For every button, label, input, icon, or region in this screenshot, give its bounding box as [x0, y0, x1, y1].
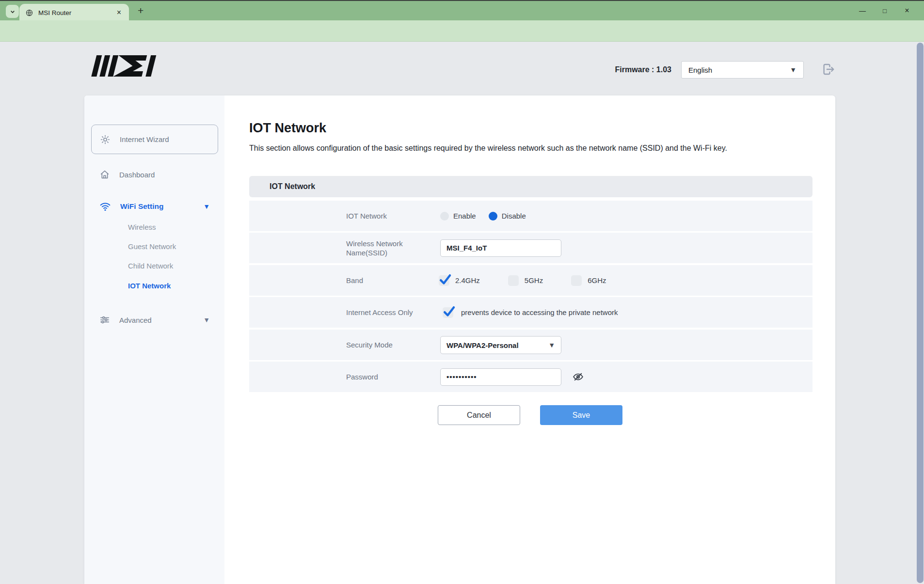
disable-radio[interactable]: [489, 212, 497, 221]
chevron-down-icon: ▼: [790, 66, 797, 74]
sidebar-item-label: Dashboard: [119, 171, 155, 179]
internet-access-checkbox[interactable]: [443, 307, 453, 318]
enable-label: Enable: [453, 212, 476, 220]
band-5ghz-label: 5GHz: [525, 276, 543, 284]
band-24ghz-label: 2.4GHz: [455, 276, 480, 284]
security-mode-value: WPA/WPA2-Personal: [446, 341, 519, 349]
sidebar-item-guest-network[interactable]: Guest Network: [128, 240, 215, 253]
tab-title: MSI Router: [38, 9, 115, 16]
firmware-version: Firmware : 1.03: [553, 65, 671, 74]
eye-slash-icon: [572, 371, 584, 383]
gear-icon: [100, 134, 111, 145]
disable-label: Disable: [502, 212, 526, 220]
field-label: Internet Access Only: [346, 308, 421, 317]
language-value: English: [688, 66, 712, 74]
page-description: This section allows configuration of the…: [249, 144, 812, 153]
sidebar: Internet Wizard Dashboard WiFi Setting ▼…: [84, 95, 224, 584]
enable-radio[interactable]: [440, 212, 449, 221]
field-label: Password: [346, 372, 421, 382]
sidebar-item-label: Advanced: [119, 316, 152, 324]
field-label: Wireless Network Name(SSID): [346, 238, 421, 257]
globe-favicon-icon: [25, 9, 33, 17]
ssid-row: Wireless Network Name(SSID): [249, 233, 812, 263]
band-row: Band 2.4GHz 5GHz 6GHz: [249, 265, 812, 296]
wifi-icon: [99, 201, 111, 212]
window-controls: — □ ×: [851, 3, 918, 18]
sidebar-item-wifi-setting[interactable]: WiFi Setting ▼: [91, 198, 218, 215]
chevron-down-icon[interactable]: ▼: [203, 316, 210, 324]
logout-button[interactable]: [821, 62, 836, 77]
save-button[interactable]: Save: [540, 405, 622, 425]
chevron-down-icon: [9, 8, 16, 16]
check-icon: [438, 272, 452, 287]
close-button[interactable]: ×: [896, 3, 918, 18]
sliders-icon: [99, 315, 110, 325]
maximize-button[interactable]: □: [874, 3, 896, 18]
band-6ghz-label: 6GHz: [588, 276, 606, 284]
band-5ghz-checkbox[interactable]: [508, 275, 519, 286]
password-input[interactable]: [440, 368, 561, 386]
security-mode-row: Security Mode WPA/WPA2-Personal ▼: [249, 330, 812, 360]
field-label: Security Mode: [346, 340, 421, 350]
field-label: Band: [346, 276, 421, 285]
browser-tab-bar: MSI Router × + — □ ×: [0, 1, 924, 20]
home-icon: [99, 169, 110, 180]
check-icon: [442, 304, 456, 319]
iot-network-row: IOT Network Enable Disable: [249, 201, 812, 231]
chevron-down-icon: ▼: [548, 341, 555, 349]
sidebar-item-child-network[interactable]: Child Network: [128, 259, 215, 272]
sidebar-item-label: WiFi Setting: [120, 202, 163, 211]
msi-logo: [91, 53, 164, 79]
page-scrollbar[interactable]: [917, 43, 924, 583]
sidebar-item-dashboard[interactable]: Dashboard: [91, 166, 218, 183]
logout-icon: [821, 62, 836, 77]
tab-close-icon[interactable]: ×: [115, 8, 123, 17]
chevron-down-icon[interactable]: ▼: [203, 203, 210, 210]
sidebar-item-advanced[interactable]: Advanced ▼: [91, 312, 218, 328]
ssid-input[interactable]: [440, 239, 561, 257]
page-title: IOT Network: [249, 121, 326, 136]
sidebar-item-internet-wizard[interactable]: Internet Wizard: [91, 125, 218, 154]
sidebar-item-iot-network[interactable]: IOT Network: [128, 279, 215, 292]
cancel-button[interactable]: Cancel: [438, 405, 520, 425]
security-mode-select[interactable]: WPA/WPA2-Personal ▼: [440, 336, 561, 354]
password-row: Password: [249, 362, 812, 392]
minimize-button[interactable]: —: [851, 3, 874, 18]
toggle-password-button[interactable]: [572, 371, 584, 383]
language-select[interactable]: English ▼: [681, 61, 804, 79]
internet-access-note: prevents device to accessing the private…: [461, 308, 618, 316]
internet-access-row: Internet Access Only prevents device to …: [249, 297, 812, 328]
tab-search-button[interactable]: [6, 5, 19, 18]
browser-tab[interactable]: MSI Router ×: [19, 4, 129, 21]
sidebar-item-wireless[interactable]: Wireless: [128, 221, 215, 233]
sidebar-item-label: Internet Wizard: [120, 135, 169, 143]
band-6ghz-checkbox[interactable]: [571, 275, 582, 286]
content-card: Internet Wizard Dashboard WiFi Setting ▼…: [84, 95, 835, 584]
band-24ghz-checkbox[interactable]: [439, 275, 449, 286]
window-edge: [0, 0, 924, 1]
browser-toolbar: [0, 20, 924, 42]
field-label: IOT Network: [346, 211, 421, 221]
new-tab-button[interactable]: +: [138, 5, 143, 16]
section-header: IOT Network: [249, 176, 812, 197]
